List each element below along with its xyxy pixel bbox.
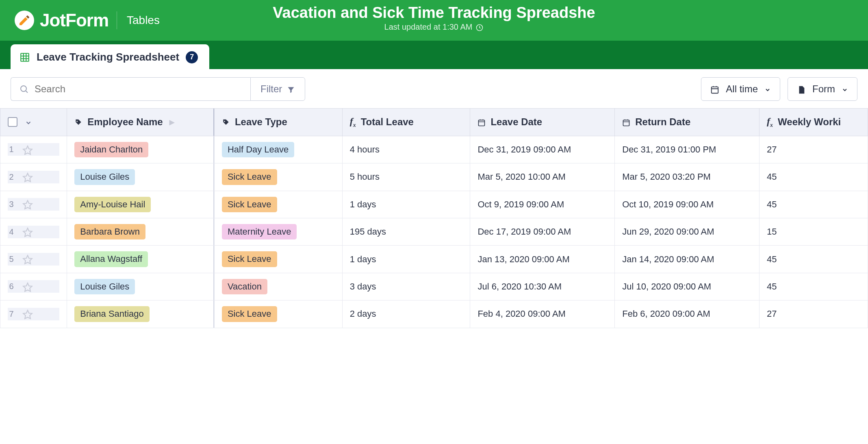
- cell-total-leave[interactable]: 2 days: [342, 300, 470, 328]
- weekly-working-value: 45: [767, 199, 777, 209]
- cell-return-date[interactable]: Jun 29, 2020 09:00 AM: [615, 218, 760, 245]
- cell-employee-name[interactable]: Barbara Brown: [67, 218, 215, 245]
- cell-leave-type[interactable]: Sick Leave: [214, 191, 342, 218]
- star-icon[interactable]: [22, 308, 33, 320]
- cell-return-date[interactable]: Oct 10, 2019 09:00 AM: [615, 191, 760, 218]
- cell-total-leave[interactable]: 1 days: [342, 246, 470, 273]
- page-title[interactable]: Vacation and Sick Time Tracking Spreadsh…: [267, 4, 601, 22]
- cell-employee-name[interactable]: Amy-Louise Hail: [67, 191, 215, 218]
- star-icon[interactable]: [22, 198, 33, 211]
- cell-employee-name[interactable]: Allana Wagstaff: [67, 246, 215, 273]
- cell-leave-type[interactable]: Sick Leave: [214, 300, 342, 328]
- time-range-label: All time: [726, 83, 758, 95]
- leave-type-chip: Vacation: [222, 279, 267, 294]
- cell-leave-date[interactable]: Mar 5, 2020 10:00 AM: [470, 163, 615, 191]
- cell-weekly-working[interactable]: 45: [760, 191, 868, 218]
- tabs-bar: Leave Tracking Spreadsheet 7: [0, 41, 868, 69]
- cell-leave-date[interactable]: Jul 6, 2020 10:30 AM: [470, 273, 615, 300]
- table-row[interactable]: 7 Briana Santiago Sick Leave 2 days Feb …: [0, 300, 868, 328]
- table-row[interactable]: 6 Louise Giles Vacation 3 days Jul 6, 20…: [0, 273, 868, 300]
- star-icon[interactable]: [22, 171, 33, 183]
- return-date-value: Jan 14, 2020 09:00 AM: [622, 254, 714, 264]
- col-leave-type[interactable]: Leave Type: [214, 109, 342, 136]
- svg-point-2: [21, 86, 26, 91]
- col-label: Return Date: [635, 116, 690, 128]
- leave-date-value: Mar 5, 2020 10:00 AM: [477, 172, 565, 182]
- total-leave-value: 1 days: [350, 199, 376, 209]
- star-icon[interactable]: [22, 226, 33, 238]
- select-all-checkbox[interactable]: [8, 117, 17, 127]
- vertical-divider: [117, 11, 117, 29]
- star-icon[interactable]: [22, 143, 33, 156]
- weekly-working-value: 27: [767, 144, 777, 155]
- col-employee-name[interactable]: Employee Name ▸: [67, 109, 215, 136]
- brand-logo[interactable]: JotForm: [15, 10, 108, 30]
- cell-weekly-working[interactable]: 15: [760, 218, 868, 245]
- funnel-icon: [287, 83, 295, 95]
- employee-name-chip: Louise Giles: [74, 279, 135, 294]
- time-range-button[interactable]: All time: [701, 77, 780, 101]
- cell-employee-name[interactable]: Jaidan Charlton: [67, 136, 215, 163]
- row-number: 2: [8, 172, 15, 182]
- row-controls-cell: 7: [0, 300, 67, 328]
- cell-weekly-working[interactable]: 45: [760, 246, 868, 273]
- cell-return-date[interactable]: Feb 6, 2020 09:00 AM: [615, 300, 760, 328]
- cell-leave-type[interactable]: Half Day Leave: [214, 136, 342, 163]
- cell-total-leave[interactable]: 3 days: [342, 273, 470, 300]
- cell-weekly-working[interactable]: 27: [760, 300, 868, 328]
- cell-return-date[interactable]: Dec 31, 2019 01:00 PM: [615, 136, 760, 163]
- cell-weekly-working[interactable]: 45: [760, 273, 868, 300]
- cell-leave-date[interactable]: Feb 4, 2020 09:00 AM: [470, 300, 615, 328]
- cell-leave-date[interactable]: Dec 31, 2019 09:00 AM: [470, 136, 615, 163]
- filter-button[interactable]: Filter: [250, 77, 305, 101]
- row-number: 5: [8, 255, 15, 264]
- section-label[interactable]: Tables: [127, 14, 160, 27]
- cell-leave-date[interactable]: Dec 17, 2019 09:00 AM: [470, 218, 615, 245]
- calendar-grid-icon: [710, 83, 719, 95]
- cell-leave-type[interactable]: Vacation: [214, 273, 342, 300]
- tab-leave-tracking[interactable]: Leave Tracking Spreadsheet 7: [11, 44, 209, 69]
- col-weekly-working[interactable]: fx Weekly Worki: [760, 109, 868, 136]
- cell-total-leave[interactable]: 1 days: [342, 191, 470, 218]
- form-button[interactable]: Form: [788, 77, 857, 101]
- leave-date-value: Oct 9, 2019 09:00 AM: [477, 199, 564, 209]
- cell-leave-type[interactable]: Maternity Leave: [214, 218, 342, 245]
- svg-rect-1: [21, 53, 29, 61]
- cell-total-leave[interactable]: 195 days: [342, 218, 470, 245]
- leave-date-value: Dec 17, 2019 09:00 AM: [477, 226, 571, 237]
- col-total-leave[interactable]: fx Total Leave: [342, 109, 470, 136]
- star-icon[interactable]: [22, 253, 33, 266]
- cell-weekly-working[interactable]: 45: [760, 163, 868, 191]
- cell-return-date[interactable]: Mar 5, 2020 03:20 PM: [615, 163, 760, 191]
- cell-leave-date[interactable]: Jan 13, 2020 09:00 AM: [470, 246, 615, 273]
- leave-date-value: Feb 4, 2020 09:00 AM: [477, 309, 566, 319]
- col-return-date[interactable]: Return Date: [615, 109, 760, 136]
- search-box[interactable]: [11, 77, 250, 101]
- chevron-down-icon: [764, 83, 771, 95]
- cell-total-leave[interactable]: 5 hours: [342, 163, 470, 191]
- chevron-down-icon[interactable]: [25, 116, 32, 128]
- cell-employee-name[interactable]: Louise Giles: [67, 163, 215, 191]
- table-row[interactable]: 3 Amy-Louise Hail Sick Leave 1 days Oct …: [0, 191, 868, 218]
- cell-return-date[interactable]: Jan 14, 2020 09:00 AM: [615, 246, 760, 273]
- weekly-working-value: 45: [767, 172, 777, 182]
- table-row[interactable]: 1 Jaidan Charlton Half Day Leave 4 hours…: [0, 136, 868, 163]
- cell-leave-date[interactable]: Oct 9, 2019 09:00 AM: [470, 191, 615, 218]
- cell-employee-name[interactable]: Louise Giles: [67, 273, 215, 300]
- cell-leave-type[interactable]: Sick Leave: [214, 246, 342, 273]
- table-row[interactable]: 4 Barbara Brown Maternity Leave 195 days…: [0, 218, 868, 245]
- total-leave-value: 5 hours: [350, 172, 380, 182]
- svg-point-4: [77, 121, 78, 122]
- cell-leave-type[interactable]: Sick Leave: [214, 163, 342, 191]
- search-input[interactable]: [35, 83, 242, 95]
- col-leave-date[interactable]: Leave Date: [470, 109, 615, 136]
- row-number: 6: [8, 282, 15, 291]
- cell-total-leave[interactable]: 4 hours: [342, 136, 470, 163]
- table-row[interactable]: 2 Louise Giles Sick Leave 5 hours Mar 5,…: [0, 163, 868, 191]
- employee-name-chip: Barbara Brown: [74, 224, 145, 239]
- star-icon[interactable]: [22, 280, 33, 293]
- table-row[interactable]: 5 Allana Wagstaff Sick Leave 1 days Jan …: [0, 246, 868, 273]
- cell-return-date[interactable]: Jul 10, 2020 09:00 AM: [615, 273, 760, 300]
- cell-weekly-working[interactable]: 27: [760, 136, 868, 163]
- cell-employee-name[interactable]: Briana Santiago: [67, 300, 215, 328]
